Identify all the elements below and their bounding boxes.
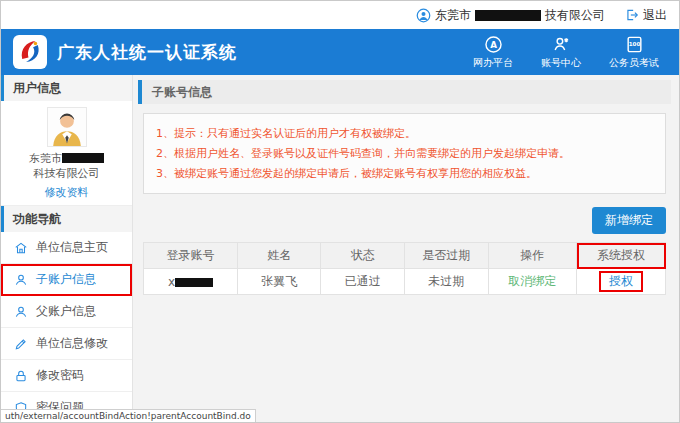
redaction-bar <box>62 153 104 163</box>
authorize-annotation-box: 授权 <box>599 271 643 292</box>
sidebar-item-sub-account-info[interactable]: 子账户信息 <box>1 264 132 296</box>
person-icon <box>14 305 28 319</box>
building-home-icon <box>14 241 28 255</box>
topbar: 东莞市技有限公司 退出 <box>1 1 679 29</box>
notice-box: 1、提示：只有通过实名认证后的用户才有权被绑定。 2、根据用户姓名、登录账号以及… <box>143 113 666 194</box>
app-header: 广东人社统一认证系统 A 网办平台 <box>1 29 679 75</box>
svg-text:100: 100 <box>628 41 640 47</box>
nav-account-center[interactable]: 账号中心 <box>541 35 581 70</box>
authorize-link[interactable]: 授权 <box>609 274 633 288</box>
person-icon <box>14 273 28 287</box>
account-center-icon <box>552 35 571 54</box>
cell-name: 张翼飞 <box>237 269 321 295</box>
edit-profile-link[interactable]: 修改资料 <box>45 185 89 200</box>
cell-action: 取消绑定 <box>488 269 577 295</box>
app-logo <box>13 35 47 69</box>
column-header-action: 操作 <box>488 243 577 269</box>
sidebar-company-line2: 科技有限公司 <box>1 166 132 181</box>
sidebar-item-label: 父账户信息 <box>36 303 96 320</box>
sidebar-item-label: 单位信息主页 <box>36 239 108 256</box>
sidebar-item-unit-info-edit[interactable]: 单位信息修改 <box>1 328 132 360</box>
function-nav-section-title: 功能导航 <box>1 206 132 232</box>
user-info-section-title: 用户信息 <box>1 75 132 101</box>
web-platform-icon: A <box>484 35 503 54</box>
topbar-user-info: 东莞市技有限公司 <box>416 7 605 24</box>
sub-accounts-table: 登录账号 姓名 状态 是否过期 操作 系统授权 x 张翼飞 已通过 <box>143 242 666 295</box>
table-row: x 张翼飞 已通过 未过期 取消绑定 授权 <box>144 269 666 295</box>
nav-civil-service-exam[interactable]: 100 公务员考试 <box>609 35 659 70</box>
sidebar-item-change-password[interactable]: 修改密码 <box>1 360 132 392</box>
sidebar-item-unit-home[interactable]: 单位信息主页 <box>1 232 132 264</box>
logout-label: 退出 <box>643 7 667 24</box>
logout-button[interactable]: 退出 <box>625 7 667 24</box>
nav-civil-service-exam-label: 公务员考试 <box>609 56 659 70</box>
page-title: 子账号信息 <box>138 80 671 104</box>
status-url: uth/external/accountBindAction!parentAcc… <box>1 409 256 422</box>
sidebar: 用户信息 东莞市 科技有限公司 修改资料 <box>1 75 133 423</box>
cell-authorization: 授权 <box>577 269 666 295</box>
redaction-bar <box>175 278 213 287</box>
sidebar-item-parent-account-info[interactable]: 父账户信息 <box>1 296 132 328</box>
sidebar-item-label: 修改密码 <box>36 367 84 384</box>
logout-icon <box>625 8 639 22</box>
nav-web-platform[interactable]: A 网办平台 <box>473 35 513 70</box>
user-icon <box>416 8 431 23</box>
exam-document-icon: 100 <box>625 35 644 54</box>
table-header-row: 登录账号 姓名 状态 是否过期 操作 系统授权 <box>144 243 666 269</box>
nav-web-platform-label: 网办平台 <box>473 56 513 70</box>
redaction-bar <box>475 10 541 21</box>
sidebar-item-label: 子账户信息 <box>36 271 96 288</box>
column-header-login-account: 登录账号 <box>144 243 238 269</box>
column-header-system-authorization: 系统授权 <box>577 243 666 269</box>
column-header-name: 姓名 <box>237 243 321 269</box>
logo-emblem-icon <box>16 38 44 66</box>
user-card: 东莞市 科技有限公司 修改资料 <box>1 101 132 206</box>
sidebar-item-label: 单位信息修改 <box>36 335 108 352</box>
add-binding-button[interactable]: 新增绑定 <box>592 207 666 234</box>
app-title: 广东人社统一认证系统 <box>57 41 473 64</box>
notice-line: 3、被绑定账号通过您发起的绑定申请后，被绑定账号有权享用您的相应权益。 <box>156 165 653 182</box>
nav-account-center-label: 账号中心 <box>541 56 581 70</box>
cancel-binding-link[interactable]: 取消绑定 <box>508 274 556 288</box>
notice-line: 1、提示：只有通过实名认证后的用户才有权被绑定。 <box>156 125 653 142</box>
main-content: 子账号信息 1、提示：只有通过实名认证后的用户才有权被绑定。 2、根据用户姓名、… <box>133 75 679 423</box>
column-header-expired: 是否过期 <box>404 243 488 269</box>
cell-login-account: x <box>144 269 238 295</box>
lock-icon <box>14 369 28 383</box>
app-window: 东莞市技有限公司 退出 广东人社统一认证系统 <box>0 0 680 423</box>
table-toolbar: 新增绑定 <box>143 207 666 234</box>
sidebar-menu: 单位信息主页 子账户信息 父账户信息 <box>1 232 132 423</box>
cell-status: 已通过 <box>321 269 405 295</box>
header-nav: A 网办平台 账号中心 <box>473 35 659 70</box>
topbar-company-suffix: 技有限公司 <box>545 7 605 24</box>
topbar-company-prefix: 东莞市 <box>435 7 471 24</box>
column-header-status: 状态 <box>321 243 405 269</box>
sidebar-company-line1: 东莞市 <box>1 151 132 166</box>
avatar <box>47 107 87 147</box>
svg-text:A: A <box>490 39 497 49</box>
notice-line: 2、根据用户姓名、登录账号以及证件号码查询，并向需要绑定的用户发起绑定申请。 <box>156 145 653 162</box>
edit-pencil-icon <box>14 337 28 351</box>
cell-expired: 未过期 <box>404 269 488 295</box>
